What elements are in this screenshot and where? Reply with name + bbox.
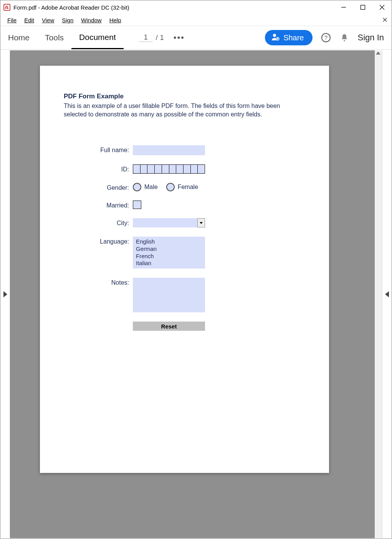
menubar: File Edit View Sign Window Help ✕	[0, 14, 392, 26]
married-checkbox[interactable]	[133, 201, 141, 209]
window-controls	[334, 0, 392, 14]
share-button[interactable]: Share	[265, 30, 312, 45]
notes-textarea[interactable]	[133, 278, 205, 312]
minimize-button[interactable]	[334, 0, 353, 14]
close-button[interactable]	[372, 0, 392, 14]
language-option[interactable]: German	[136, 245, 202, 253]
svg-rect-0	[4, 4, 10, 10]
document-area: PDF Form Example This is an example of a…	[1, 50, 391, 538]
id-input[interactable]	[133, 164, 205, 174]
label-gender: Gender:	[64, 183, 133, 191]
label-notes: Notes:	[64, 278, 133, 286]
page-separator: /	[156, 34, 158, 42]
full-name-input[interactable]	[133, 145, 205, 155]
tab-tools[interactable]: Tools	[37, 26, 71, 49]
document-viewport[interactable]: PDF Form Example This is an example of a…	[10, 50, 382, 538]
close-panel-icon[interactable]: ✕	[382, 16, 388, 24]
svg-text:?: ?	[324, 34, 327, 41]
maximize-button[interactable]	[353, 0, 372, 14]
menu-view[interactable]: View	[38, 17, 58, 23]
radio-female-label: Female	[178, 184, 198, 191]
page-current-input[interactable]: 1	[139, 33, 153, 42]
acrobat-icon	[3, 4, 10, 11]
titlebar: Form.pdf - Adobe Acrobat Reader DC (32-b…	[0, 0, 392, 14]
menu-edit[interactable]: Edit	[20, 17, 38, 23]
language-option[interactable]: English	[136, 238, 202, 245]
left-panel-toggle[interactable]	[1, 50, 10, 538]
window-title: Form.pdf - Adobe Acrobat Reader DC (32-b…	[13, 4, 334, 11]
city-select[interactable]	[133, 218, 205, 227]
label-language: Language:	[64, 237, 133, 245]
page-navigator: 1 / 1	[139, 33, 164, 42]
label-full-name: Full name:	[64, 145, 133, 154]
language-option[interactable]: Italian	[136, 260, 202, 267]
vertical-scrollbar[interactable]	[375, 50, 382, 538]
menu-help[interactable]: Help	[106, 17, 125, 23]
form-description: This is an example of a user fillable PD…	[64, 102, 302, 118]
share-label: Share	[283, 33, 304, 42]
city-value	[133, 218, 197, 227]
tab-document[interactable]: Document	[71, 26, 124, 49]
language-list[interactable]: English German French Italian	[133, 237, 205, 269]
scroll-up-icon[interactable]	[376, 51, 380, 55]
svg-point-5	[273, 34, 276, 37]
toolbar: Home Tools Document 1 / 1 ••• Share ? Si…	[0, 26, 392, 50]
label-id: ID:	[64, 164, 133, 173]
help-icon[interactable]: ?	[321, 33, 331, 43]
label-city: City:	[64, 218, 133, 227]
radio-male[interactable]	[133, 183, 141, 191]
sign-in-link[interactable]: Sign In	[358, 33, 384, 43]
reset-label: Reset	[161, 323, 177, 330]
language-option[interactable]: French	[136, 253, 202, 260]
svg-point-11	[344, 40, 345, 41]
svg-rect-2	[361, 5, 365, 10]
label-married: Married:	[64, 201, 133, 209]
page-total: 1	[160, 34, 164, 42]
tab-home[interactable]: Home	[0, 26, 37, 49]
reset-button[interactable]: Reset	[133, 322, 205, 331]
menu-sign[interactable]: Sign	[58, 17, 77, 23]
radio-male-label: Male	[144, 184, 158, 191]
menu-file[interactable]: File	[3, 17, 20, 23]
pdf-page: PDF Form Example This is an example of a…	[40, 66, 329, 473]
more-tools-icon[interactable]: •••	[174, 33, 185, 43]
menu-window[interactable]: Window	[77, 17, 105, 23]
right-panel-toggle[interactable]	[382, 50, 391, 538]
chevron-down-icon[interactable]	[197, 218, 205, 227]
radio-female[interactable]	[166, 183, 175, 191]
share-icon	[271, 33, 280, 43]
form-title: PDF Form Example	[64, 93, 305, 100]
bell-icon[interactable]	[339, 33, 349, 43]
